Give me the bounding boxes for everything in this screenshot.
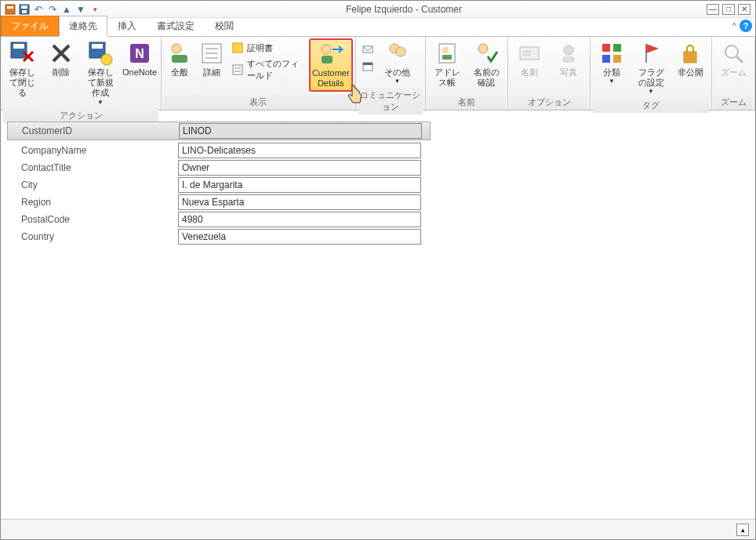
photo-icon — [556, 41, 581, 66]
check-names-label: 名前の確認 — [470, 67, 503, 88]
input-region[interactable] — [178, 194, 421, 210]
categorize-button[interactable]: 分類 ▼ — [593, 38, 631, 88]
check-names-icon — [474, 41, 499, 66]
categorize-label: 分類 — [603, 67, 620, 78]
svg-point-28 — [396, 47, 405, 56]
label-region: Region — [7, 197, 178, 208]
email-icon — [362, 43, 374, 56]
help-icon[interactable]: ? — [740, 20, 752, 32]
group-display-label: 表示 — [164, 95, 353, 110]
form-area: CustomerID CompanyName ContactTitle City… — [1, 111, 755, 520]
group-name-label: 名前 — [428, 95, 505, 110]
svg-rect-1 — [7, 6, 13, 9]
flag-label: フラグの設定 — [634, 67, 667, 88]
label-customer-id: CustomerID — [8, 125, 179, 136]
tab-review[interactable]: 校閲 — [205, 16, 244, 36]
next-icon[interactable]: ▼ — [75, 3, 87, 16]
photo-label: 写真 — [560, 67, 577, 78]
window-title: Felipe Izquierdo - Customer — [101, 4, 707, 15]
save-icon[interactable] — [18, 3, 31, 16]
save-close-button[interactable]: 保存して閉じる — [3, 38, 41, 101]
details-icon — [199, 41, 224, 66]
redo-icon[interactable]: ↷ — [46, 3, 59, 16]
photo-button: 写真 — [550, 38, 587, 80]
collapse-ribbon-icon[interactable]: ^ — [732, 21, 736, 31]
business-card-label: 名刺 — [521, 67, 538, 78]
zoom-icon — [721, 41, 746, 66]
certificate-label: 証明書 — [247, 42, 273, 54]
group-option-label: オプション — [511, 95, 587, 110]
group-name: アドレス帳 名前の確認 名前 — [426, 37, 508, 110]
zoom-label: ズーム — [721, 67, 747, 78]
svg-rect-13 — [172, 55, 187, 63]
undo-icon[interactable]: ↶ — [32, 3, 45, 16]
scroll-up-button[interactable]: ▴ — [736, 524, 749, 536]
input-contact-title[interactable] — [178, 160, 421, 176]
svg-point-12 — [172, 44, 181, 53]
svg-rect-4 — [22, 10, 27, 13]
other-icon — [385, 41, 410, 66]
onenote-button[interactable]: N OneNote — [121, 38, 158, 80]
tab-format[interactable]: 書式設定 — [147, 16, 205, 36]
close-button[interactable]: ✕ — [738, 4, 751, 15]
input-customer-id[interactable] — [179, 123, 422, 139]
maximize-button[interactable]: □ — [722, 4, 735, 15]
all-fields-button[interactable]: すべてのフィールド — [228, 56, 307, 83]
address-book-label: アドレス帳 — [431, 67, 463, 88]
comm-email-button[interactable] — [358, 42, 377, 57]
business-card-icon — [517, 41, 542, 66]
save-new-icon — [88, 41, 113, 66]
prev-icon[interactable]: ▲ — [60, 3, 73, 16]
private-label: 非公開 — [678, 67, 703, 78]
label-city: City — [7, 179, 178, 190]
address-book-icon — [434, 41, 460, 66]
private-button[interactable]: 非公開 — [671, 38, 709, 80]
svg-rect-19 — [233, 65, 242, 74]
save-new-button[interactable]: 保存して新規作成 ▼ — [82, 38, 119, 108]
quick-access-toolbar: ↶ ↷ ▲ ▼ ▾ — [1, 3, 101, 16]
tab-file[interactable]: ファイル — [1, 16, 59, 36]
general-button[interactable]: 全般 — [164, 38, 194, 80]
details-button[interactable]: 詳細 — [196, 38, 227, 80]
svg-point-22 — [322, 45, 331, 54]
label-country: Country — [7, 231, 178, 242]
input-city[interactable] — [178, 177, 421, 193]
tab-contact[interactable]: 連絡先 — [59, 16, 107, 37]
svg-point-32 — [478, 44, 488, 53]
customer-details-icon — [318, 42, 343, 67]
save-close-icon — [9, 41, 35, 66]
ribbon: 保存して閉じる 削除 保存して新規作成 ▼ N OneNote — [1, 37, 755, 111]
check-names-button[interactable]: 名前の確認 — [467, 38, 505, 90]
tab-insert[interactable]: 挿入 — [107, 16, 147, 36]
input-postal-code[interactable] — [178, 212, 421, 227]
lock-icon — [678, 41, 703, 66]
ribbon-tabs: ファイル 連絡先 挿入 書式設定 校閲 ^ ? — [1, 18, 755, 37]
flag-button[interactable]: フラグの設定 ▼ — [632, 38, 670, 98]
certificate-icon — [231, 42, 244, 54]
svg-text:N: N — [135, 47, 144, 60]
app-icon — [4, 3, 16, 16]
qat-dropdown-icon[interactable]: ▾ — [89, 3, 101, 16]
input-country[interactable] — [178, 229, 421, 245]
comm-meeting-button[interactable] — [358, 58, 377, 74]
svg-rect-29 — [439, 44, 455, 63]
svg-rect-40 — [602, 55, 610, 63]
certificate-button[interactable]: 証明書 — [228, 40, 307, 56]
label-postal-code: PostalCode — [7, 214, 178, 225]
delete-button[interactable]: 削除 — [42, 38, 80, 80]
status-bar: ▴ — [1, 519, 755, 539]
minimize-button[interactable]: — — [707, 4, 719, 15]
general-icon — [167, 41, 192, 66]
customer-details-label: Customer Details — [312, 68, 350, 89]
svg-point-36 — [564, 45, 573, 55]
svg-rect-39 — [613, 44, 621, 52]
other-button[interactable]: その他 ▼ — [379, 38, 416, 88]
save-new-label: 保存して新規作成 — [84, 67, 117, 99]
onenote-label: OneNote — [122, 67, 157, 78]
svg-rect-18 — [233, 43, 242, 53]
address-book-button[interactable]: アドレス帳 — [428, 38, 466, 90]
customer-details-button[interactable]: Customer Details — [309, 38, 353, 92]
group-zoom-label: ズーム — [714, 95, 752, 110]
zoom-button: ズーム — [714, 38, 752, 80]
input-company-name[interactable] — [178, 143, 421, 158]
